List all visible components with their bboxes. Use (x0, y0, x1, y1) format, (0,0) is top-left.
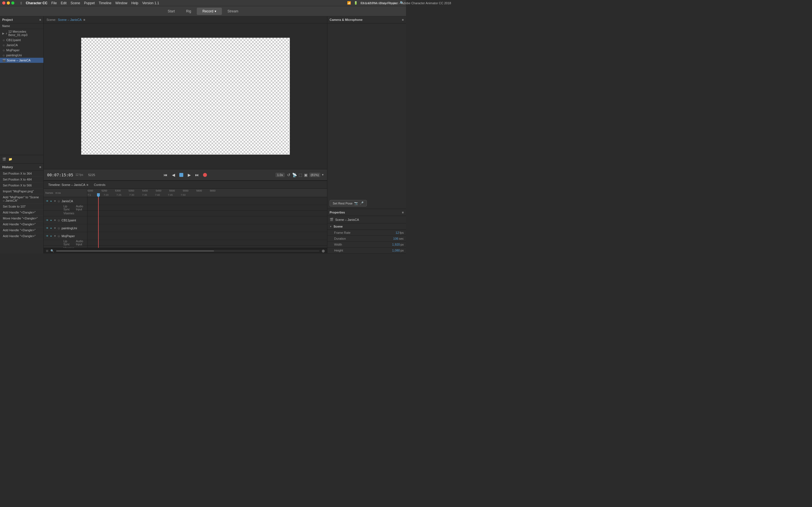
timeline-menu-icon[interactable]: ≡ (87, 183, 88, 186)
history-item-4[interactable]: Add "MojPaper" to "Scene – JanisCA" (0, 194, 43, 204)
solo-icon-mojpaper[interactable]: ▼ (53, 234, 57, 238)
prop-value-duration[interactable]: 106 (393, 237, 398, 240)
maximize-button[interactable] (11, 1, 14, 4)
project-item-janisca[interactable]: ☺ JanisCA (0, 43, 43, 48)
scene-menu-icon[interactable]: ≡ (84, 18, 85, 21)
zoom-in-icon[interactable]: ⬤ (322, 249, 325, 252)
speed-indicator[interactable]: 1.0x (275, 173, 285, 177)
toolbar: Start Rig Record ▾ Stream (0, 6, 406, 16)
project-item-cb11paint[interactable]: ☺ CB11paint (0, 38, 43, 43)
tab-record[interactable]: Record ▾ (197, 8, 222, 15)
tab-rig[interactable]: Rig (181, 8, 197, 15)
file-menu[interactable]: File (51, 1, 57, 5)
version-menu[interactable]: Version 1.1 (142, 1, 159, 5)
timeline-menu[interactable]: Timeline (99, 1, 111, 5)
history-menu-icon[interactable]: ≡ (40, 165, 41, 169)
zoom-display[interactable]: (81%) (309, 173, 320, 177)
record-icon-paintinguni[interactable]: ● (49, 226, 53, 230)
add-clip-icon[interactable]: 🎬 (2, 158, 6, 161)
solo-icon-paintinguni[interactable]: ▼ (53, 226, 57, 230)
props-menu-icon[interactable]: ≡ (402, 211, 404, 214)
broadcast-icon[interactable]: 📡 (292, 173, 297, 177)
canvas-checkerboard[interactable] (81, 38, 290, 155)
tab-stream[interactable]: Stream (222, 8, 244, 15)
history-item-3[interactable]: Import "MojPaper.png" (0, 188, 43, 194)
app-name-menu[interactable]: Character CC (26, 1, 47, 5)
set-rest-pose-button[interactable]: Set Rest Pose 📷 🎤 (329, 200, 367, 207)
edit-menu[interactable]: Edit (61, 1, 66, 5)
record-icon-mojpaper[interactable]: ● (49, 234, 53, 238)
go-to-start-button[interactable]: ⏮ (162, 172, 168, 178)
history-item-0[interactable]: Set Position X to 364 (0, 171, 43, 177)
solo-icon-cb11[interactable]: ▼ (53, 219, 57, 222)
history-item-8[interactable]: Add Handle "<Dangle>" (0, 221, 43, 227)
history-item-6[interactable]: Add Handle "<Dangle>" (0, 210, 43, 216)
project-item-audio[interactable]: ▶ ♪ 12 Mercedes Benz_01.mp3 (0, 29, 43, 38)
tab-start[interactable]: Start (162, 8, 181, 15)
history-item-10[interactable]: Add Handle "<Dangle>" (0, 233, 43, 239)
project-item-scene[interactable]: 🎬 Scene – JanisCA (0, 58, 43, 63)
tab-controls[interactable]: Controls (91, 182, 108, 187)
visibility-icon-janisca[interactable]: 👁 (45, 200, 49, 203)
prop-value-framerate[interactable]: 12 (396, 231, 399, 234)
play-button[interactable]: ▶ (186, 172, 192, 178)
cam-mic-menu-icon[interactable]: ≡ (402, 18, 404, 21)
history-item-7[interactable]: Move Handle "<Dangle>" (0, 216, 43, 221)
capture-icon[interactable]: ⬚ (299, 173, 302, 177)
center-panel: Scene: Scene – JanisCA ≡ 00:07:15:05 12 … (44, 16, 327, 253)
timeline-track-mojpaper[interactable] (87, 232, 327, 240)
timeline-ruler: 5200 5250 5300 5350 5400 5450 5500 5550 … (87, 189, 327, 197)
cam-icon-btn[interactable]: 📷 (354, 202, 358, 205)
help-menu[interactable]: Help (132, 1, 139, 5)
visibility-icon-paintinguni[interactable]: 👁 (45, 226, 49, 230)
visibility-icon-mojpaper[interactable]: 👁 (45, 234, 49, 238)
scene-menu[interactable]: Scene (70, 1, 80, 5)
history-item-2[interactable]: Set Position X to 566 (0, 182, 43, 188)
project-item-paintinguni[interactable]: ☺ paintingUni (0, 53, 43, 58)
step-forward-button[interactable]: ⏭ (194, 172, 200, 178)
fit-icon[interactable]: ⊞ (46, 249, 48, 252)
history-item-5[interactable]: Set Scale to 107 (0, 204, 43, 210)
timeline-track-cb11paint[interactable] (87, 216, 327, 224)
playback-bar: 00:07:15:05 12 fps 5225 ⏮ ◀ ▶ ⏭ 1.0x ↺ (44, 169, 327, 180)
apple-menu[interactable]:  (20, 1, 22, 5)
project-menu-icon[interactable]: ≡ (40, 18, 41, 21)
window-menu[interactable]: Window (115, 1, 128, 5)
record-tab-arrow: ▾ (214, 9, 216, 13)
props-section-scene[interactable]: ▼ Scene (327, 223, 406, 230)
record-button[interactable] (202, 172, 208, 178)
mic-icon-btn[interactable]: 🎤 (360, 202, 364, 205)
step-back-button[interactable]: ◀ (170, 172, 176, 178)
record-icon-cb11[interactable]: ● (49, 219, 53, 222)
timeline-track-janisca[interactable] (87, 197, 327, 205)
project-item-label: MojPaper (6, 48, 19, 52)
timeline-track-paintinguni[interactable] (87, 224, 327, 232)
record-icon-janisca[interactable]: ● (49, 200, 53, 203)
view-icon[interactable]: ▣ (304, 173, 308, 177)
visibility-icon-cb11[interactable]: 👁 (45, 219, 49, 222)
history-item-9[interactable]: Add Handle "<Dangle>" (0, 227, 43, 233)
loop-icon[interactable]: ↺ (287, 173, 290, 177)
traffic-lights (2, 1, 14, 4)
prop-value-width[interactable]: 1,920 (392, 243, 400, 246)
stop-button[interactable] (178, 172, 185, 178)
add-folder-icon[interactable]: 📁 (8, 158, 12, 161)
scene-name[interactable]: Scene – JanisCA (58, 18, 82, 21)
zoom-out-icon[interactable]: 🔍 (50, 249, 54, 252)
solo-icon-janisca[interactable]: ▼ (53, 200, 57, 203)
timeline-tracks-area[interactable]: 5200 5250 5300 5350 5400 5450 5500 5550 … (87, 189, 327, 248)
puppet-menu[interactable]: Puppet (84, 1, 95, 5)
project-item-mojpaper[interactable]: ☺ MojPaper (0, 48, 43, 53)
history-item-1[interactable]: Set Position X to 484 (0, 177, 43, 182)
track-header-paintinguni: 👁 ● ▼ ☺ paintingUni (44, 224, 87, 232)
close-button[interactable] (2, 1, 5, 4)
ruler-mark-9: 5650 (210, 189, 215, 192)
zoom-dropdown-icon[interactable]: ▾ (322, 173, 324, 177)
zoom-scrollbar-thumb[interactable] (56, 250, 214, 251)
minimize-button[interactable] (7, 1, 10, 4)
scene-icon: 🎬 (2, 59, 6, 62)
props-row-duration: Duration 106 sec (327, 236, 406, 242)
main-layout: Project ≡ Name ▶ ♪ 12 Mercedes Benz_01.m… (0, 16, 406, 253)
prop-value-height[interactable]: 1,080 (392, 249, 400, 252)
playback-controls: ⏮ ◀ ▶ ⏭ (162, 172, 208, 178)
